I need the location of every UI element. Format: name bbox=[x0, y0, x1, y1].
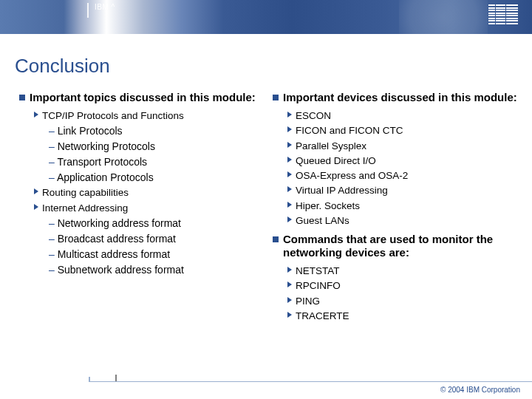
list-item: Queued Direct I/O bbox=[287, 154, 519, 168]
triangle-bullet-icon bbox=[34, 188, 38, 194]
triangle-bullet-icon bbox=[287, 297, 292, 303]
list-item-label: ESCON bbox=[296, 109, 331, 123]
triangle-bullet-icon bbox=[287, 112, 292, 117]
list-item-label: RPCINFO bbox=[296, 279, 341, 293]
list-item-label: Networking Protocols bbox=[58, 140, 155, 152]
content-area: Important topics discussed in this modul… bbox=[0, 91, 532, 324]
list-item-label: FICON and FICON CTC bbox=[296, 123, 403, 138]
list-item-label: NETSTAT bbox=[296, 264, 340, 279]
right-heading-1: Important devices discussed in this modu… bbox=[273, 91, 519, 104]
triangle-bullet-icon bbox=[287, 186, 292, 192]
triangle-bullet-icon bbox=[34, 112, 38, 117]
ibm-logo-icon bbox=[488, 4, 519, 25]
triangle-bullet-icon bbox=[287, 126, 292, 132]
list-item: Broadcast address format bbox=[49, 231, 265, 247]
left-heading-text: Important topics discussed in this modul… bbox=[30, 91, 256, 104]
list-item: Internet Addressing bbox=[34, 201, 265, 216]
copyright-text: © 2004 IBM Corporation bbox=[440, 386, 520, 394]
list-item-label: PING bbox=[296, 294, 320, 309]
list-item-label: Multicast address format bbox=[58, 248, 171, 260]
list-item-label: TCP/IP Protocols and Functions bbox=[42, 109, 184, 123]
right-heading-2: Commands that are used to monitor the ne… bbox=[273, 233, 519, 259]
list-item: TRACERTE bbox=[287, 309, 519, 324]
list-item: Guest LANs bbox=[287, 214, 519, 228]
list-item-label: Networking address format bbox=[58, 217, 181, 229]
triangle-bullet-icon bbox=[287, 171, 292, 177]
list-item-label: Internet Addressing bbox=[42, 201, 128, 216]
triangle-bullet-icon bbox=[287, 157, 292, 163]
list-item-label: Subnetwork address format bbox=[58, 264, 184, 276]
triangle-bullet-icon bbox=[287, 282, 292, 287]
list-item: Multicast address format bbox=[49, 247, 265, 262]
right-column: Important devices discussed in this modu… bbox=[273, 91, 519, 324]
list-item-label: Virtual IP Addressing bbox=[296, 183, 388, 198]
list-item: RPCINFO bbox=[287, 279, 519, 293]
right-heading-1-text: Important devices discussed in this modu… bbox=[283, 91, 517, 104]
list-item: NETSTAT bbox=[287, 264, 519, 279]
list-item-label: TRACERTE bbox=[296, 309, 349, 324]
footer-mark bbox=[115, 375, 117, 381]
list-item: Networking Protocols bbox=[49, 139, 265, 154]
page-title: Conclusion bbox=[0, 34, 532, 91]
list-item-label: Application Protocols bbox=[57, 171, 154, 183]
list-item-label: Queued Direct I/O bbox=[296, 154, 376, 168]
header-brand-block: IBM ^ bbox=[87, 0, 115, 34]
slide-header: IBM ^ bbox=[0, 0, 532, 34]
list-item-label: Transport Protocols bbox=[57, 156, 147, 168]
list-item: ESCON bbox=[287, 109, 519, 123]
list-item-label: Guest LANs bbox=[296, 214, 349, 228]
list-item-label: OSA-Express and OSA-2 bbox=[296, 168, 408, 183]
footer-rule bbox=[89, 381, 532, 382]
triangle-bullet-icon bbox=[287, 267, 292, 273]
brand-label: IBM ^ bbox=[95, 3, 115, 11]
left-column: Important topics discussed in this modul… bbox=[19, 91, 265, 324]
triangle-bullet-icon bbox=[287, 312, 292, 318]
triangle-bullet-icon bbox=[287, 216, 292, 222]
list-item-label: Parallel Sysplex bbox=[296, 139, 366, 154]
list-item-label: Hiper. Sockets bbox=[296, 199, 360, 214]
triangle-bullet-icon bbox=[34, 204, 38, 210]
list-item: Parallel Sysplex bbox=[287, 139, 519, 154]
slide-footer: © 2004 IBM Corporation bbox=[0, 377, 532, 399]
header-divider bbox=[87, 3, 89, 18]
square-bullet-icon bbox=[19, 95, 25, 100]
triangle-bullet-icon bbox=[287, 202, 292, 208]
list-item-label: Broadcast address format bbox=[58, 233, 176, 245]
list-item: FICON and FICON CTC bbox=[287, 123, 519, 138]
list-item: Routing capabilities bbox=[34, 185, 265, 200]
list-item: Hiper. Sockets bbox=[287, 199, 519, 214]
list-item: OSA-Express and OSA-2 bbox=[287, 168, 519, 183]
list-item-label: Routing capabilities bbox=[42, 185, 129, 200]
list-item: Networking address format bbox=[49, 216, 265, 231]
triangle-bullet-icon bbox=[287, 142, 292, 148]
list-item: Application Protocols bbox=[49, 170, 265, 185]
right-heading-2-text: Commands that are used to monitor the ne… bbox=[283, 233, 519, 259]
list-item: Subnetwork address format bbox=[49, 262, 265, 278]
list-item-label: Link Protocols bbox=[58, 125, 123, 137]
list-item: Virtual IP Addressing bbox=[287, 183, 519, 198]
list-item: Transport Protocols bbox=[49, 154, 265, 170]
list-item: PING bbox=[287, 294, 519, 309]
square-bullet-icon bbox=[273, 236, 279, 242]
list-item: Link Protocols bbox=[49, 123, 265, 139]
list-item: TCP/IP Protocols and Functions bbox=[34, 109, 265, 123]
square-bullet-icon bbox=[273, 95, 279, 100]
left-heading: Important topics discussed in this modul… bbox=[19, 91, 265, 104]
